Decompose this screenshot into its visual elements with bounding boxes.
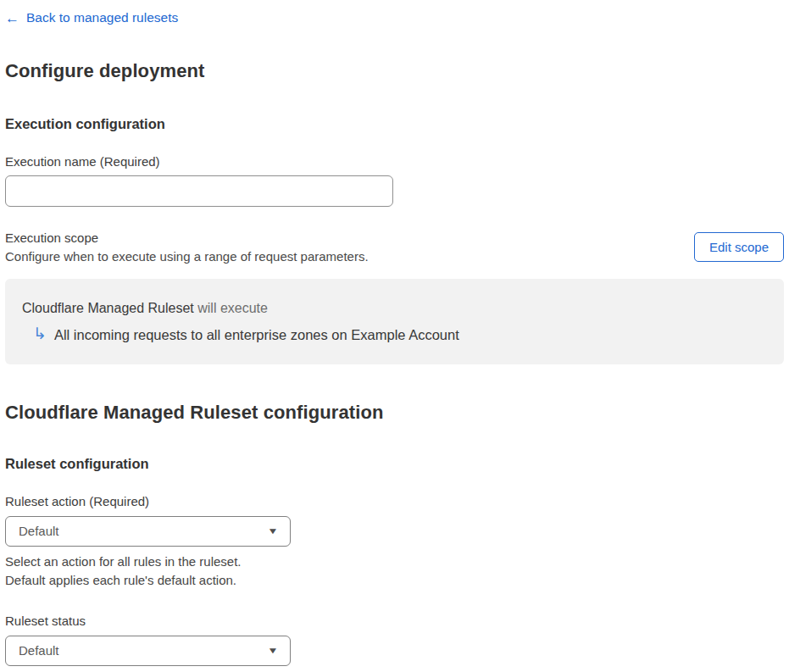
back-link-label: Back to managed rulesets <box>26 10 178 25</box>
back-arrow-icon: ← <box>5 11 19 25</box>
ruleset-action-help-line2: Default applies each rule's default acti… <box>5 571 784 590</box>
ruleset-action-label: Ruleset action (Required) <box>5 494 784 508</box>
summary-scope-text: All incoming requests to all enterprise … <box>54 327 459 343</box>
chevron-down-icon: ▼ <box>267 646 278 655</box>
page-title: Configure deployment <box>5 60 784 82</box>
summary-scope-line: ↳ All incoming requests to all enterpris… <box>22 327 767 343</box>
ruleset-status-dropdown[interactable]: Default ▼ <box>5 636 291 666</box>
configure-deployment-page: ← Back to managed rulesets Configure dep… <box>0 0 789 672</box>
ruleset-action-dropdown[interactable]: Default ▼ <box>5 516 291 547</box>
execution-configuration-heading: Execution configuration <box>5 116 784 132</box>
edit-scope-button[interactable]: Edit scope <box>694 232 784 262</box>
ruleset-action-help-line1: Select an action for all rules in the ru… <box>5 553 784 571</box>
execution-name-label: Execution name (Required) <box>5 154 784 169</box>
execution-summary-panel: Cloudflare Managed Ruleset will execute … <box>5 279 784 364</box>
summary-ruleset-name: Cloudflare Managed Ruleset <box>22 301 194 315</box>
ruleset-status-label: Ruleset status <box>5 614 784 628</box>
execution-name-input[interactable] <box>5 175 393 207</box>
execution-scope-text: Execution scope Configure when to execut… <box>5 229 369 266</box>
ruleset-configuration-subheading: Ruleset configuration <box>5 456 784 472</box>
chevron-down-icon: ▼ <box>267 526 278 536</box>
branch-arrow-icon: ↳ <box>33 325 47 342</box>
summary-will-execute-line: Cloudflare Managed Ruleset will execute <box>22 301 767 316</box>
ruleset-action-value: Default <box>19 524 59 538</box>
back-to-managed-rulesets-link[interactable]: ← Back to managed rulesets <box>5 10 178 25</box>
execution-scope-description: Configure when to execute using a range … <box>5 247 369 266</box>
ruleset-status-value: Default <box>19 643 59 658</box>
execution-scope-row: Execution scope Configure when to execut… <box>5 229 784 266</box>
execution-scope-label: Execution scope <box>5 229 369 247</box>
summary-will-execute-text: will execute <box>194 301 268 315</box>
ruleset-configuration-title: Cloudflare Managed Ruleset configuration <box>5 402 784 424</box>
